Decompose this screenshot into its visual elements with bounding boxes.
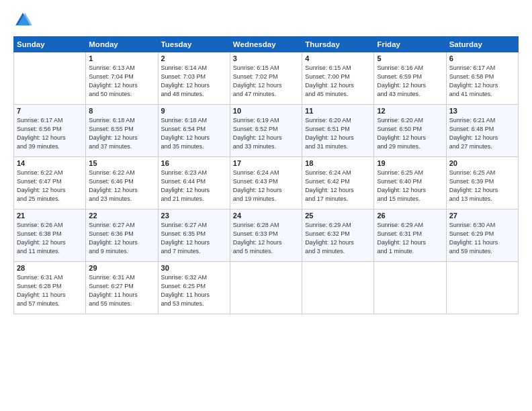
calendar-cell: 22Sunrise: 6:27 AM Sunset: 6:36 PM Dayli… [86, 210, 158, 262]
calendar-cell: 13Sunrise: 6:21 AM Sunset: 6:48 PM Dayli… [446, 105, 518, 157]
calendar-cell: 24Sunrise: 6:28 AM Sunset: 6:33 PM Dayli… [230, 210, 302, 262]
calendar-cell: 27Sunrise: 6:30 AM Sunset: 6:29 PM Dayli… [446, 210, 518, 262]
calendar-cell [446, 262, 518, 314]
day-info: Sunrise: 6:26 AM Sunset: 6:38 PM Dayligh… [17, 221, 83, 256]
day-number: 12 [377, 107, 443, 115]
day-number: 9 [161, 107, 227, 115]
calendar-cell [230, 262, 302, 314]
day-info: Sunrise: 6:32 AM Sunset: 6:25 PM Dayligh… [161, 273, 227, 308]
day-number: 2 [161, 54, 227, 62]
day-number: 28 [17, 264, 83, 272]
calendar-cell: 4Sunrise: 6:15 AM Sunset: 7:00 PM Daylig… [302, 52, 374, 105]
day-info: Sunrise: 6:19 AM Sunset: 6:52 PM Dayligh… [233, 116, 299, 151]
day-number: 25 [305, 212, 371, 220]
day-number: 27 [449, 212, 515, 220]
day-number: 30 [161, 264, 227, 272]
day-info: Sunrise: 6:16 AM Sunset: 6:59 PM Dayligh… [377, 64, 443, 99]
calendar-cell: 5Sunrise: 6:16 AM Sunset: 6:59 PM Daylig… [374, 52, 446, 105]
day-number: 16 [161, 159, 227, 167]
calendar-cell: 9Sunrise: 6:18 AM Sunset: 6:54 PM Daylig… [158, 105, 230, 157]
logo-icon [13, 11, 32, 30]
day-info: Sunrise: 6:22 AM Sunset: 6:46 PM Dayligh… [89, 169, 154, 203]
day-info: Sunrise: 6:30 AM Sunset: 6:29 PM Dayligh… [449, 221, 515, 256]
day-number: 21 [17, 212, 83, 220]
day-info: Sunrise: 6:25 AM Sunset: 6:40 PM Dayligh… [377, 169, 443, 203]
calendar-cell: 10Sunrise: 6:19 AM Sunset: 6:52 PM Dayli… [230, 105, 302, 157]
calendar-cell: 21Sunrise: 6:26 AM Sunset: 6:38 PM Dayli… [14, 210, 86, 262]
calendar-cell: 11Sunrise: 6:20 AM Sunset: 6:51 PM Dayli… [302, 105, 374, 157]
calendar-table: SundayMondayTuesdayWednesdayThursdayFrid… [13, 36, 519, 314]
day-info: Sunrise: 6:17 AM Sunset: 6:56 PM Dayligh… [17, 116, 83, 151]
day-number: 3 [233, 54, 299, 62]
day-info: Sunrise: 6:25 AM Sunset: 6:39 PM Dayligh… [449, 169, 515, 203]
week-row-1: 7Sunrise: 6:17 AM Sunset: 6:56 PM Daylig… [14, 105, 519, 157]
day-info: Sunrise: 6:31 AM Sunset: 6:28 PM Dayligh… [17, 273, 83, 308]
day-info: Sunrise: 6:29 AM Sunset: 6:31 PM Dayligh… [377, 221, 443, 256]
header-friday: Friday [374, 37, 446, 52]
day-number: 20 [449, 159, 515, 167]
calendar-cell: 19Sunrise: 6:25 AM Sunset: 6:40 PM Dayli… [374, 157, 446, 210]
day-number: 29 [89, 264, 154, 272]
day-number: 11 [305, 107, 371, 115]
day-info: Sunrise: 6:22 AM Sunset: 6:47 PM Dayligh… [17, 169, 83, 203]
calendar-cell: 26Sunrise: 6:29 AM Sunset: 6:31 PM Dayli… [374, 210, 446, 262]
day-info: Sunrise: 6:18 AM Sunset: 6:55 PM Dayligh… [89, 116, 154, 151]
day-number: 23 [161, 212, 227, 220]
calendar-cell: 18Sunrise: 6:24 AM Sunset: 6:42 PM Dayli… [302, 157, 374, 210]
day-info: Sunrise: 6:24 AM Sunset: 6:42 PM Dayligh… [305, 169, 371, 203]
day-info: Sunrise: 6:27 AM Sunset: 6:36 PM Dayligh… [89, 221, 154, 256]
calendar-cell: 3Sunrise: 6:15 AM Sunset: 7:02 PM Daylig… [230, 52, 302, 105]
calendar-cell: 8Sunrise: 6:18 AM Sunset: 6:55 PM Daylig… [86, 105, 158, 157]
day-number: 13 [449, 107, 515, 115]
day-number: 7 [17, 107, 83, 115]
calendar-cell: 23Sunrise: 6:27 AM Sunset: 6:35 PM Dayli… [158, 210, 230, 262]
day-info: Sunrise: 6:28 AM Sunset: 6:33 PM Dayligh… [233, 221, 299, 256]
header-tuesday: Tuesday [158, 37, 230, 52]
day-number: 4 [305, 54, 371, 62]
calendar-cell: 17Sunrise: 6:24 AM Sunset: 6:43 PM Dayli… [230, 157, 302, 210]
day-info: Sunrise: 6:31 AM Sunset: 6:27 PM Dayligh… [89, 273, 154, 308]
day-info: Sunrise: 6:13 AM Sunset: 7:04 PM Dayligh… [89, 64, 154, 99]
day-info: Sunrise: 6:24 AM Sunset: 6:43 PM Dayligh… [233, 169, 299, 203]
day-info: Sunrise: 6:18 AM Sunset: 6:54 PM Dayligh… [161, 116, 227, 151]
day-number: 22 [89, 212, 154, 220]
header-monday: Monday [86, 37, 158, 52]
calendar-cell [14, 52, 86, 105]
calendar-cell [302, 262, 374, 314]
day-number: 1 [89, 54, 154, 62]
header-wednesday: Wednesday [230, 37, 302, 52]
day-number: 14 [17, 159, 83, 167]
day-number: 8 [89, 107, 154, 115]
calendar-cell: 28Sunrise: 6:31 AM Sunset: 6:28 PM Dayli… [14, 262, 86, 314]
header-sunday: Sunday [14, 37, 86, 52]
day-info: Sunrise: 6:15 AM Sunset: 7:02 PM Dayligh… [233, 64, 299, 99]
calendar-cell: 7Sunrise: 6:17 AM Sunset: 6:56 PM Daylig… [14, 105, 86, 157]
calendar-cell: 12Sunrise: 6:20 AM Sunset: 6:50 PM Dayli… [374, 105, 446, 157]
day-info: Sunrise: 6:17 AM Sunset: 6:58 PM Dayligh… [449, 64, 515, 99]
week-row-4: 28Sunrise: 6:31 AM Sunset: 6:28 PM Dayli… [14, 262, 519, 314]
calendar-cell: 20Sunrise: 6:25 AM Sunset: 6:39 PM Dayli… [446, 157, 518, 210]
day-info: Sunrise: 6:20 AM Sunset: 6:51 PM Dayligh… [305, 116, 371, 151]
day-info: Sunrise: 6:14 AM Sunset: 7:03 PM Dayligh… [161, 64, 227, 99]
day-number: 19 [377, 159, 443, 167]
calendar-cell: 29Sunrise: 6:31 AM Sunset: 6:27 PM Dayli… [86, 262, 158, 314]
logo [13, 11, 35, 30]
calendar-cell [374, 262, 446, 314]
day-info: Sunrise: 6:15 AM Sunset: 7:00 PM Dayligh… [305, 64, 371, 99]
day-number: 24 [233, 212, 299, 220]
header-thursday: Thursday [302, 37, 374, 52]
day-info: Sunrise: 6:27 AM Sunset: 6:35 PM Dayligh… [161, 221, 227, 256]
day-info: Sunrise: 6:23 AM Sunset: 6:44 PM Dayligh… [161, 169, 227, 203]
calendar-cell: 30Sunrise: 6:32 AM Sunset: 6:25 PM Dayli… [158, 262, 230, 314]
calendar-cell: 14Sunrise: 6:22 AM Sunset: 6:47 PM Dayli… [14, 157, 86, 210]
day-number: 10 [233, 107, 299, 115]
day-number: 15 [89, 159, 154, 167]
day-info: Sunrise: 6:20 AM Sunset: 6:50 PM Dayligh… [377, 116, 443, 151]
calendar-cell: 2Sunrise: 6:14 AM Sunset: 7:03 PM Daylig… [158, 52, 230, 105]
day-info: Sunrise: 6:29 AM Sunset: 6:32 PM Dayligh… [305, 221, 371, 256]
day-info: Sunrise: 6:21 AM Sunset: 6:48 PM Dayligh… [449, 116, 515, 151]
calendar-cell: 15Sunrise: 6:22 AM Sunset: 6:46 PM Dayli… [86, 157, 158, 210]
week-row-3: 21Sunrise: 6:26 AM Sunset: 6:38 PM Dayli… [14, 210, 519, 262]
day-number: 18 [305, 159, 371, 167]
week-row-2: 14Sunrise: 6:22 AM Sunset: 6:47 PM Dayli… [14, 157, 519, 210]
